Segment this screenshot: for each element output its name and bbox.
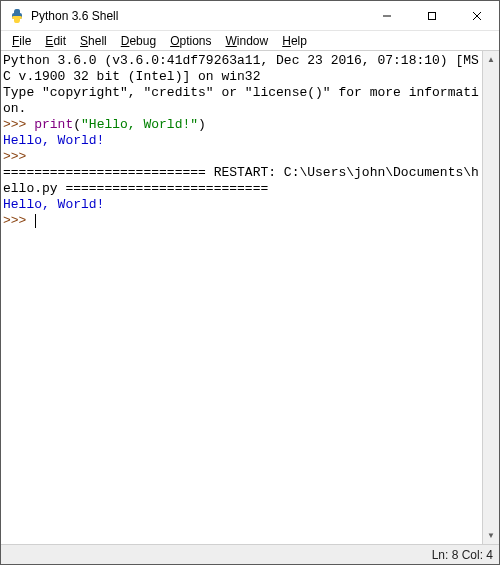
menu-help[interactable]: Help: [275, 33, 314, 49]
menu-file[interactable]: File: [5, 33, 38, 49]
prompt: >>>: [3, 149, 34, 164]
cursor-position: Ln: 8 Col: 4: [432, 548, 493, 562]
shell-text[interactable]: Python 3.6.0 (v3.6.0:41df79263a11, Dec 2…: [3, 53, 481, 542]
app-window: Python 3.6 Shell File Edit Shell Debug O…: [0, 0, 500, 565]
restart-line: ========================== RESTART: C:\U…: [3, 165, 479, 196]
menu-options[interactable]: Options: [163, 33, 218, 49]
menu-debug[interactable]: Debug: [114, 33, 163, 49]
menu-edit[interactable]: Edit: [38, 33, 73, 49]
close-paren: ): [198, 117, 206, 132]
minimize-button[interactable]: [364, 1, 409, 30]
maximize-button[interactable]: [409, 1, 454, 30]
svg-rect-3: [428, 12, 435, 19]
menubar: File Edit Shell Debug Options Window Hel…: [1, 31, 499, 51]
svg-rect-1: [12, 16, 22, 19]
menu-shell[interactable]: Shell: [73, 33, 114, 49]
window-title: Python 3.6 Shell: [31, 9, 118, 23]
prompt: >>>: [3, 213, 34, 228]
string-arg: "Hello, World!": [81, 117, 198, 132]
banner-line: Type "copyright", "credits" or "license(…: [3, 85, 479, 116]
statusbar: Ln: 8 Col: 4: [1, 544, 499, 564]
window-controls: [364, 1, 499, 30]
scroll-down-icon[interactable]: ▼: [483, 527, 499, 544]
editor-area[interactable]: Python 3.6.0 (v3.6.0:41df79263a11, Dec 2…: [1, 51, 499, 544]
scroll-up-icon[interactable]: ▲: [483, 51, 499, 68]
banner-line: Python 3.6.0 (v3.6.0:41df79263a11, Dec 2…: [3, 53, 479, 84]
stdout-line: Hello, World!: [3, 133, 104, 148]
scroll-track[interactable]: [483, 68, 499, 527]
close-button[interactable]: [454, 1, 499, 30]
call-func: print: [34, 117, 73, 132]
python-icon: [9, 8, 25, 24]
text-cursor: [35, 214, 36, 228]
stdout-line: Hello, World!: [3, 197, 104, 212]
prompt: >>>: [3, 117, 34, 132]
open-paren: (: [73, 117, 81, 132]
titlebar[interactable]: Python 3.6 Shell: [1, 1, 499, 31]
vertical-scrollbar[interactable]: ▲ ▼: [482, 51, 499, 544]
menu-window[interactable]: Window: [219, 33, 276, 49]
